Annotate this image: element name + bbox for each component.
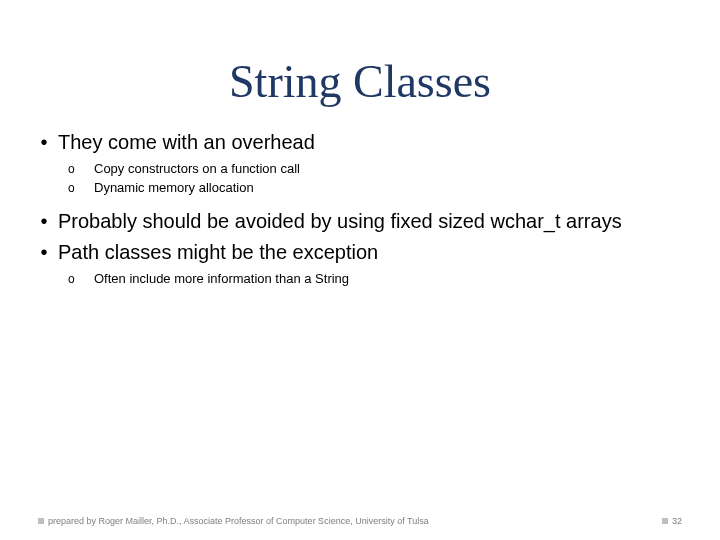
slide: String Classes • They come with an overh…	[0, 0, 720, 540]
bullet-circle-icon: o	[68, 161, 94, 178]
bullet-level1: • Path classes might be the exception	[30, 240, 682, 265]
bullet-text: Probably should be avoided by using fixe…	[58, 209, 622, 234]
footer: prepared by Roger Mailler, Ph.D., Associ…	[38, 516, 682, 526]
square-icon	[38, 518, 44, 524]
bullet-level2: o Often include more information than a …	[68, 271, 682, 288]
bullet-text: Often include more information than a St…	[94, 271, 349, 288]
bullet-text: Copy constructors on a function call	[94, 161, 300, 178]
footer-author: prepared by Roger Mailler, Ph.D., Associ…	[38, 516, 429, 526]
footer-author-text: prepared by Roger Mailler, Ph.D., Associ…	[48, 516, 429, 526]
bullet-level1: • Probably should be avoided by using fi…	[30, 209, 682, 234]
bullet-circle-icon: o	[68, 180, 94, 197]
bullet-dot-icon: •	[30, 240, 58, 265]
bullet-text: They come with an overhead	[58, 130, 315, 155]
bullet-text: Path classes might be the exception	[58, 240, 378, 265]
bullet-dot-icon: •	[30, 130, 58, 155]
bullet-level2: o Copy constructors on a function call	[68, 161, 682, 178]
bullet-dot-icon: •	[30, 209, 58, 234]
footer-page: 32	[662, 516, 682, 526]
bullet-level2: o Dynamic memory allocation	[68, 180, 682, 197]
footer-page-number: 32	[672, 516, 682, 526]
bullet-level1: • They come with an overhead	[30, 130, 682, 155]
bullet-text: Dynamic memory allocation	[94, 180, 254, 197]
square-icon	[662, 518, 668, 524]
bullet-circle-icon: o	[68, 271, 94, 288]
slide-title: String Classes	[38, 55, 682, 108]
